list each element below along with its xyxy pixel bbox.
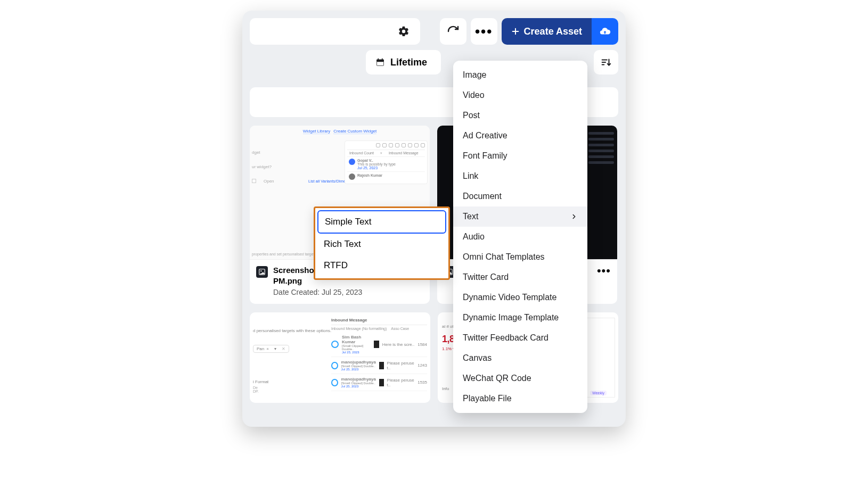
chevron-right-icon (570, 213, 578, 220)
toolbar: ••• Create Asset (242, 11, 626, 50)
create-menu-item[interactable]: Font Family (453, 146, 587, 166)
mini-tag: Weekly (590, 391, 607, 395)
create-menu-item-label: Video (463, 90, 485, 100)
mini-text: Open (264, 179, 274, 184)
text-submenu-highlight: Simple TextRich TextRTFD (314, 206, 450, 280)
create-menu-item[interactable]: Dynamic Video Template (453, 287, 587, 308)
create-menu-item-label: Link (463, 171, 478, 181)
image-type-icon (256, 266, 268, 278)
create-menu-item-label: Dynamic Video Template (463, 293, 556, 302)
create-menu-item[interactable]: Audio (453, 227, 587, 247)
mini-text: Inbound Message (331, 318, 367, 322)
mini-text: Info (442, 386, 449, 391)
refresh-button[interactable] (440, 18, 466, 45)
mini-text: 1535 (417, 380, 427, 385)
more-horizontal-icon: ••• (475, 23, 493, 40)
mini-tab: Widget Library (303, 129, 331, 134)
mini-text: Pan (257, 346, 264, 351)
toolbar-right: ••• Create Asset (440, 18, 618, 45)
create-menu-item[interactable]: Canvas (453, 348, 587, 368)
mini-text: This is possibly by type (357, 162, 396, 166)
create-menu-item-label: Post (463, 111, 480, 120)
more-button[interactable]: ••• (471, 18, 497, 45)
mini-text: Rajesh Kumar (357, 173, 382, 177)
mini-text: Asso Case (391, 327, 409, 330)
create-menu-item-label: Omni Chat Templates (463, 252, 545, 262)
create-menu-item[interactable]: Document (453, 186, 587, 206)
create-menu-item[interactable]: Link (453, 166, 587, 186)
text-submenu: Simple TextRich TextRTFD (315, 208, 448, 278)
text-submenu-item[interactable]: RTFD (317, 255, 446, 276)
gear-icon[interactable] (398, 26, 410, 37)
create-menu-item[interactable]: Dynamic Image Template (453, 308, 587, 328)
create-menu-item-label: Playable File (463, 394, 512, 403)
create-asset-label: Create Asset (524, 26, 582, 37)
mini-text: Inbound Message (389, 151, 419, 155)
settings-well (250, 18, 420, 45)
mini-text: dget (252, 150, 272, 155)
upload-button[interactable] (592, 18, 618, 45)
mini-text: manojupadhyaya (341, 377, 376, 382)
cloud-upload-icon (599, 26, 611, 37)
mini-text: 1243 (417, 363, 427, 368)
date-range-filter[interactable]: Lifetime (366, 50, 441, 75)
svg-rect-3 (382, 59, 383, 61)
create-menu-item[interactable]: Video (453, 85, 587, 105)
create-menu-item[interactable]: Playable File (453, 388, 587, 409)
mini-text: ur widget? (252, 164, 272, 169)
create-asset-menu: ImageVideoPostAd CreativeFont FamilyLink… (453, 61, 587, 413)
asset-subtitle: Date Created: Jul 25, 2023 (273, 288, 404, 296)
create-menu-item[interactable]: Omni Chat Templates (453, 247, 587, 267)
svg-rect-1 (376, 60, 384, 62)
mini-text: Inbound Message (No formatting) (331, 327, 387, 330)
plus-icon (511, 27, 520, 36)
refresh-icon (447, 25, 460, 38)
calendar-icon (375, 57, 385, 67)
mini-text: Jul 25, 2023 (342, 351, 371, 354)
create-menu-item-label: Document (463, 192, 502, 201)
create-menu-item-label: Canvas (463, 353, 492, 363)
app-shell: ••• Create Asset (242, 11, 626, 427)
mini-text: Please peruse t.. (387, 378, 415, 387)
create-menu-item[interactable]: Image (453, 65, 587, 85)
svg-rect-2 (378, 59, 379, 61)
create-menu-item-label: Dynamic Image Template (463, 313, 559, 322)
create-menu-item[interactable]: Twitter Feedback Card (453, 328, 587, 348)
sort-icon (600, 56, 612, 68)
create-menu-item-label: Image (463, 70, 486, 80)
create-menu-item[interactable]: WeChat QR Code (453, 368, 587, 388)
create-asset-split: Create Asset (502, 18, 618, 45)
mini-text: 1584 (417, 342, 427, 347)
create-menu-item[interactable]: Ad Creative (453, 126, 587, 146)
mini-text: Jul 25, 2023 (341, 368, 376, 371)
create-menu-item[interactable]: Post (453, 105, 587, 126)
create-menu-item-label: Twitter Card (463, 272, 509, 282)
mini-text: Here is the scre.. (382, 342, 414, 347)
mini-text: Jul 25, 2023 (341, 385, 376, 388)
create-menu-item-label: Twitter Feedback Card (463, 333, 548, 343)
card-more-button[interactable]: ••• (597, 265, 611, 277)
svg-point-6 (260, 270, 261, 271)
mini-text: [Small Clipped] Double.. (342, 344, 371, 351)
mini-text: Jul 25, 2023 (357, 166, 396, 170)
mini-text: Gopal V.. (357, 159, 373, 162)
create-asset-button[interactable]: Create Asset (502, 18, 592, 45)
text-submenu-item[interactable]: Rich Text (317, 234, 446, 255)
svg-rect-4 (377, 62, 383, 65)
text-submenu-item[interactable]: Simple Text (317, 210, 446, 234)
create-menu-item-label: Audio (463, 232, 485, 242)
mini-text: manojupadhyaya (341, 360, 376, 365)
create-menu-item[interactable]: Twitter Card (453, 267, 587, 287)
create-menu-item-label: Font Family (463, 151, 507, 161)
sort-button[interactable] (594, 50, 618, 75)
create-menu-item-label: WeChat QR Code (463, 374, 531, 383)
date-range-label: Lifetime (390, 57, 427, 68)
create-menu-item[interactable]: Text (453, 206, 587, 227)
mini-text: d personalised targets with these option… (253, 328, 331, 333)
create-menu-item-label: Text (463, 212, 478, 221)
mini-tab: Create Custom Widget (333, 129, 376, 134)
mini-text: Inbound Count (349, 151, 374, 155)
asset-card[interactable]: d personalised targets with these option… (250, 312, 430, 403)
mini-text: i Format (253, 379, 331, 384)
mini-text: Sim Bash Kumar (342, 335, 361, 344)
